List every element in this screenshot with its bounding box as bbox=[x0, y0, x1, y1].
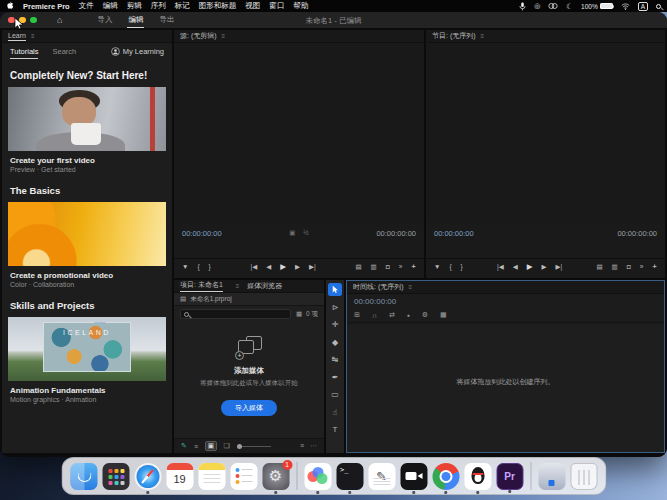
freeform-view-button[interactable]: ❏ bbox=[224, 442, 230, 450]
home-icon[interactable]: ⌂ bbox=[57, 15, 62, 25]
program-monitor-tab[interactable]: 节目: (无序列) bbox=[432, 31, 476, 41]
captions-menu-button[interactable]: ▦ bbox=[440, 311, 447, 319]
selection-tool[interactable] bbox=[328, 283, 342, 296]
trash-icon[interactable] bbox=[570, 463, 597, 490]
panel-menu-icon[interactable]: ≡ bbox=[236, 283, 240, 289]
extract-button[interactable]: ▥ bbox=[612, 263, 618, 271]
step-back-button[interactable]: ◀ bbox=[513, 263, 518, 271]
tab-edit[interactable]: 编辑 bbox=[127, 12, 144, 28]
menu-item-help[interactable]: 帮助 bbox=[293, 1, 308, 11]
tutorial-card[interactable]: Create a promotional video Color · Colla… bbox=[2, 202, 172, 288]
more-tools-button[interactable]: ⋯ bbox=[310, 442, 317, 450]
project-search-input[interactable] bbox=[180, 309, 291, 319]
export-frame-button[interactable]: ◘ bbox=[627, 263, 631, 270]
creative-cloud-status-icon[interactable] bbox=[548, 2, 558, 10]
go-to-in-button[interactable]: |◀ bbox=[251, 263, 258, 271]
creative-cloud-icon[interactable] bbox=[304, 463, 331, 490]
thumbnail-zoom-slider[interactable] bbox=[237, 446, 271, 447]
menu-item-file[interactable]: 文件 bbox=[79, 1, 94, 11]
tab-import[interactable]: 导入 bbox=[96, 12, 113, 28]
linked-selection-button[interactable]: ⇄ bbox=[389, 311, 395, 319]
tutorial-card[interactable]: Create your first video Preview · Get st… bbox=[2, 87, 172, 173]
calendar-icon[interactable]: 19 bbox=[166, 463, 193, 490]
list-view-button[interactable]: ≡ bbox=[194, 443, 198, 450]
button-editor-button[interactable]: + bbox=[652, 262, 657, 271]
system-settings-icon[interactable]: ⚙1 bbox=[262, 463, 289, 490]
menu-item-clip[interactable]: 剪辑 bbox=[127, 1, 142, 11]
hand-tool[interactable]: ☝ bbox=[328, 406, 342, 419]
premiere-pro-dock-icon[interactable]: Pr bbox=[496, 463, 523, 490]
menu-item-sequence[interactable]: 序列 bbox=[151, 1, 166, 11]
menu-item-graphics[interactable]: 图形和标题 bbox=[199, 1, 237, 11]
screen-record-icon[interactable]: ◎ bbox=[534, 2, 540, 10]
tutorial-card[interactable]: ICELAND Animation Fundamentals Motion gr… bbox=[2, 317, 172, 403]
my-learning-button[interactable]: My Learning bbox=[111, 47, 164, 56]
microphone-icon[interactable] bbox=[519, 2, 526, 11]
mark-out-button[interactable]: } bbox=[461, 263, 463, 270]
add-marker-button[interactable]: ● bbox=[407, 312, 410, 318]
list-icon[interactable]: ▦ bbox=[296, 310, 302, 318]
battery-status[interactable]: 100% bbox=[581, 3, 613, 10]
playback-resolution-select[interactable]: ½ bbox=[303, 229, 308, 237]
notes-icon[interactable] bbox=[198, 463, 225, 490]
input-source-icon[interactable]: A bbox=[638, 2, 648, 11]
lift-button[interactable]: ▤ bbox=[596, 263, 602, 271]
step-back-button[interactable]: ◀ bbox=[266, 263, 271, 271]
apple-menu[interactable] bbox=[6, 1, 14, 12]
menu-item-window[interactable]: 窗口 bbox=[269, 1, 284, 11]
more-buttons-chevron[interactable]: » bbox=[399, 263, 403, 270]
textedit-icon[interactable]: ✎ bbox=[368, 463, 395, 490]
learn-panel-tab[interactable]: Learn bbox=[8, 32, 26, 41]
rectangle-tool[interactable]: ▭ bbox=[328, 388, 342, 401]
overwrite-button[interactable]: ▥ bbox=[371, 263, 377, 271]
type-tool[interactable]: T bbox=[328, 423, 342, 436]
nest-toggle-button[interactable]: ⊞ bbox=[354, 311, 360, 319]
chrome-icon[interactable] bbox=[432, 463, 459, 490]
add-marker-button[interactable]: ▼ bbox=[434, 263, 440, 270]
icon-view-button[interactable]: ▣ bbox=[205, 441, 217, 451]
tab-export[interactable]: 导出 bbox=[158, 12, 175, 28]
tab-search[interactable]: Search bbox=[52, 47, 76, 56]
do-not-disturb-icon[interactable]: ☾ bbox=[566, 2, 573, 11]
project-writable-toggle[interactable]: ✎ bbox=[181, 442, 187, 450]
button-editor-button[interactable]: + bbox=[411, 262, 416, 271]
timeline-settings-icon[interactable]: ⚙ bbox=[422, 311, 428, 319]
ripple-edit-tool[interactable]: ✛ bbox=[328, 318, 342, 331]
timeline-track-area[interactable]: 将媒体拖放到此处以创建序列。 bbox=[347, 325, 664, 452]
zoom-level-select[interactable]: ▣ bbox=[289, 229, 295, 237]
tab-tutorials[interactable]: Tutorials bbox=[10, 45, 38, 59]
add-marker-button[interactable]: ▼ bbox=[182, 263, 188, 270]
step-forward-button[interactable]: ▶ bbox=[542, 263, 547, 271]
project-panel-tab[interactable]: 项目: 未命名1 bbox=[180, 280, 223, 292]
wifi-icon[interactable] bbox=[621, 3, 630, 10]
menu-item-markers[interactable]: 标记 bbox=[175, 1, 190, 11]
export-frame-button[interactable]: ◘ bbox=[386, 263, 390, 270]
timeline-panel-tab[interactable]: 时间线: (无序列) bbox=[353, 282, 404, 292]
source-monitor-tab[interactable]: 源: (无剪辑) bbox=[180, 31, 217, 41]
track-select-forward-tool[interactable]: ⊳ bbox=[328, 301, 342, 314]
more-buttons-chevron[interactable]: » bbox=[640, 263, 644, 270]
sort-icons-button[interactable]: ≡ bbox=[300, 442, 304, 450]
step-forward-button[interactable]: ▶ bbox=[295, 263, 300, 271]
razor-tool[interactable]: ◆ bbox=[328, 336, 342, 349]
menu-app-name[interactable]: Premiere Pro bbox=[23, 2, 70, 11]
import-media-button[interactable]: 导入媒体 bbox=[221, 400, 277, 416]
go-to-in-button[interactable]: |◀ bbox=[497, 263, 504, 271]
mark-in-button[interactable]: { bbox=[197, 263, 199, 270]
mark-in-button[interactable]: { bbox=[449, 263, 451, 270]
reminders-icon[interactable] bbox=[230, 463, 257, 490]
menu-item-view[interactable]: 视图 bbox=[245, 1, 260, 11]
go-to-out-button[interactable]: ▶| bbox=[556, 263, 563, 271]
panel-menu-icon[interactable]: ≡ bbox=[409, 284, 413, 290]
panel-menu-icon[interactable]: ≡ bbox=[222, 33, 226, 39]
insert-button[interactable]: ▤ bbox=[355, 263, 361, 271]
play-button[interactable]: ▶ bbox=[527, 262, 533, 271]
project-file-breadcrumb[interactable]: 未命名1.prproj bbox=[190, 295, 232, 304]
minimized-window-icon[interactable] bbox=[538, 463, 565, 490]
spotlight-search-icon[interactable] bbox=[656, 4, 661, 9]
panel-menu-icon[interactable]: ≡ bbox=[481, 33, 485, 39]
zoom-window-button[interactable] bbox=[30, 17, 37, 24]
snap-toggle-button[interactable]: ∩ bbox=[372, 312, 377, 319]
pen-tool[interactable]: ✒ bbox=[328, 371, 342, 384]
slip-tool[interactable]: ↹ bbox=[328, 353, 342, 366]
